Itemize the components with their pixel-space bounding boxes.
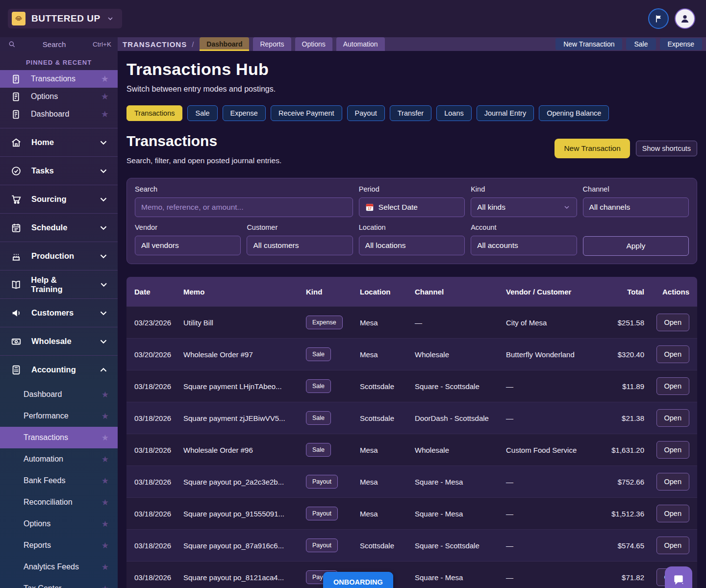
row-date: 03/18/2026 bbox=[134, 478, 183, 486]
star-icon[interactable]: ★ bbox=[101, 498, 109, 507]
open-button[interactable]: Open bbox=[656, 473, 689, 490]
nav-tabs: DashboardReportsOptionsAutomation bbox=[200, 37, 384, 51]
tab-reports[interactable]: Reports bbox=[253, 37, 291, 51]
sidebar-subitem-label: Automation bbox=[24, 455, 63, 464]
sidebar-section-help-training[interactable]: Help & Training bbox=[0, 270, 118, 298]
mode-chip-expense[interactable]: Expense bbox=[223, 105, 266, 121]
filter-kind-select[interactable]: All kinds bbox=[471, 197, 577, 217]
kind-badge[interactable]: Sale bbox=[306, 379, 331, 393]
filter-period-field[interactable]: 17 Select Date bbox=[359, 197, 465, 217]
star-icon[interactable]: ★ bbox=[101, 477, 109, 485]
sidebar-section-label: Customers bbox=[31, 308, 74, 318]
kind-badge[interactable]: Payout bbox=[306, 539, 338, 552]
open-button[interactable]: Open bbox=[656, 441, 689, 459]
nav-action-expense[interactable]: Expense bbox=[660, 38, 702, 50]
open-button[interactable]: Open bbox=[656, 537, 689, 554]
kind-badge[interactable]: Sale bbox=[306, 347, 331, 361]
apply-button[interactable]: Apply bbox=[583, 236, 689, 256]
sidebar-subitem-label: Bank Feeds bbox=[24, 476, 65, 485]
sidebar-section-sourcing[interactable]: Sourcing bbox=[0, 185, 118, 213]
kind-badge[interactable]: Payout bbox=[306, 475, 338, 489]
star-icon[interactable]: ★ bbox=[101, 434, 109, 442]
kind-badge[interactable]: Sale bbox=[306, 411, 331, 425]
profile-button[interactable] bbox=[675, 8, 695, 29]
sidebar-section-production[interactable]: Production bbox=[0, 242, 118, 270]
chevron-down-icon bbox=[98, 166, 109, 176]
star-icon[interactable]: ★ bbox=[101, 520, 109, 528]
filter-account-field[interactable]: All accounts bbox=[471, 236, 577, 255]
tasks-icon bbox=[11, 166, 22, 176]
sidebar-subitem-bank-feeds[interactable]: Bank Feeds★ bbox=[0, 470, 118, 491]
brand-switcher[interactable]: BUTTERED UP bbox=[8, 9, 122, 28]
open-button[interactable]: Open bbox=[656, 409, 689, 427]
star-icon[interactable]: ★ bbox=[101, 541, 109, 550]
kind-badge[interactable]: Payout bbox=[306, 507, 338, 520]
nav-action-sale[interactable]: Sale bbox=[626, 38, 656, 50]
sidebar-section-tasks[interactable]: Tasks bbox=[0, 156, 118, 185]
mode-chip-transfer[interactable]: Transfer bbox=[390, 105, 431, 121]
mode-chip-journal-entry[interactable]: Journal Entry bbox=[477, 105, 534, 121]
star-icon[interactable]: ★ bbox=[101, 412, 109, 420]
nav-action-new-transaction[interactable]: New Transaction bbox=[555, 38, 622, 50]
tab-options[interactable]: Options bbox=[295, 37, 332, 51]
star-icon[interactable]: ★ bbox=[101, 585, 109, 588]
open-button[interactable]: Open bbox=[656, 505, 689, 522]
new-transaction-button[interactable]: New Transaction bbox=[555, 139, 630, 158]
sidebar-item-dashboard[interactable]: Dashboard★ bbox=[0, 105, 118, 123]
chat-fab-button[interactable] bbox=[665, 566, 692, 588]
filter-search-input[interactable]: Memo, reference, or amount... bbox=[135, 197, 353, 217]
search-input[interactable]: Search Ctrl+K bbox=[0, 37, 118, 51]
mode-chip-sale[interactable]: Sale bbox=[187, 105, 217, 121]
sidebar-subitem-tax-center[interactable]: Tax Center★ bbox=[0, 578, 118, 588]
filter-vendor-field[interactable]: All vendors bbox=[135, 236, 241, 255]
sidebar-item-options[interactable]: Options★ bbox=[0, 88, 118, 105]
tab-automation[interactable]: Automation bbox=[336, 37, 385, 51]
star-icon[interactable]: ★ bbox=[101, 110, 109, 119]
sidebar-subitem-automation[interactable]: Automation★ bbox=[0, 448, 118, 470]
sidebar-section-home[interactable]: Home bbox=[0, 128, 118, 156]
top-bar: BUTTERED UP bbox=[0, 0, 706, 37]
mode-chip-payout[interactable]: Payout bbox=[347, 105, 385, 121]
mode-chip-opening-balance[interactable]: Opening Balance bbox=[539, 105, 609, 121]
sidebar-subitem-dashboard[interactable]: Dashboard★ bbox=[0, 384, 118, 405]
sidebar-section-wholesale[interactable]: Wholesale bbox=[0, 327, 118, 355]
row-kind: Sale bbox=[306, 443, 360, 457]
kind-badge[interactable]: Expense bbox=[306, 316, 343, 329]
filter-channel-field[interactable]: All channels bbox=[583, 197, 689, 217]
star-icon[interactable]: ★ bbox=[101, 74, 109, 83]
star-icon[interactable]: ★ bbox=[101, 455, 109, 464]
open-button[interactable]: Open bbox=[656, 377, 689, 395]
sidebar-subitem-reconciliation[interactable]: Reconciliation★ bbox=[0, 491, 118, 513]
star-icon[interactable]: ★ bbox=[101, 92, 109, 101]
brand-name: BUTTERED UP bbox=[31, 13, 101, 24]
row-total: $11.89 bbox=[606, 382, 644, 391]
mode-chip-transactions[interactable]: Transactions bbox=[126, 105, 182, 121]
sidebar-section-schedule[interactable]: Schedule bbox=[0, 213, 118, 242]
row-date: 03/18/2026 bbox=[134, 541, 183, 550]
sidebar-subitem-performance[interactable]: Performance★ bbox=[0, 405, 118, 427]
sidebar-subitem-transactions[interactable]: Transactions★ bbox=[0, 427, 118, 448]
tab-dashboard[interactable]: Dashboard bbox=[200, 37, 249, 51]
show-shortcuts-button[interactable]: Show shortcuts bbox=[636, 141, 697, 156]
sidebar-subitem-reports[interactable]: Reports★ bbox=[0, 535, 118, 556]
calculator-icon bbox=[11, 365, 22, 375]
sidebar-section-customers[interactable]: Customers bbox=[0, 298, 118, 327]
open-button[interactable]: Open bbox=[656, 345, 689, 363]
filter-customer-field[interactable]: All customers bbox=[247, 236, 353, 255]
row-location: Scottsdale bbox=[360, 541, 415, 550]
row-channel: Square - Mesa bbox=[415, 510, 506, 518]
sidebar-item-transactions[interactable]: Transactions★ bbox=[0, 70, 118, 88]
kind-badge[interactable]: Sale bbox=[306, 443, 331, 457]
mode-chip-loans[interactable]: Loans bbox=[436, 105, 472, 121]
filter-location-field[interactable]: All locations bbox=[359, 236, 465, 255]
flag-button[interactable] bbox=[648, 8, 669, 29]
star-icon[interactable]: ★ bbox=[101, 391, 109, 399]
sidebar-subitem-options[interactable]: Options★ bbox=[0, 513, 118, 535]
mode-chip-receive-payment[interactable]: Receive Payment bbox=[271, 105, 342, 121]
open-button[interactable]: Open bbox=[656, 314, 689, 331]
star-icon[interactable]: ★ bbox=[101, 563, 109, 571]
onboarding-badge[interactable]: ONBOARDING bbox=[323, 572, 393, 588]
chevron-down-icon bbox=[98, 308, 109, 318]
sidebar-section-accounting[interactable]: Accounting bbox=[0, 355, 118, 384]
sidebar-subitem-analytics-feeds[interactable]: Analytics Feeds★ bbox=[0, 556, 118, 578]
